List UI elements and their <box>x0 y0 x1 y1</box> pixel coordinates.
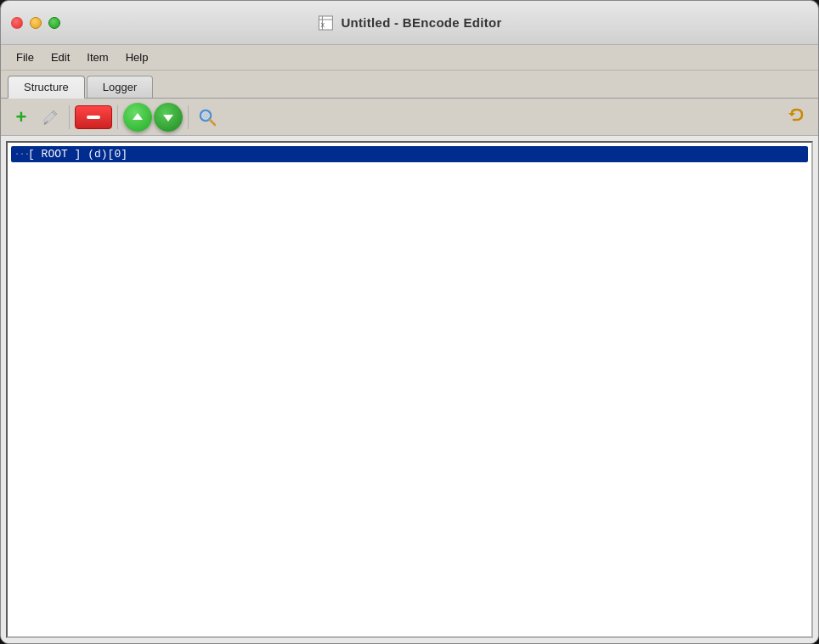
search-button[interactable] <box>194 104 221 131</box>
app-window: X Untitled - BEncode Editor File Edit It… <box>0 0 819 644</box>
toolbar-separator-3 <box>188 105 189 129</box>
move-down-button[interactable] <box>154 103 183 132</box>
title-bar-center: X Untitled - BEncode Editor <box>317 14 501 31</box>
menu-help[interactable]: Help <box>117 48 157 66</box>
toolbar-separator-1 <box>69 105 70 129</box>
down-arrow-icon <box>161 110 175 124</box>
add-button[interactable]: + <box>8 104 35 131</box>
content-area: ··· [ ROOT ] (d)[0] <box>1 136 818 643</box>
svg-text:X: X <box>320 22 325 28</box>
menu-bar: File Edit Item Help <box>1 45 818 71</box>
svg-marker-9 <box>163 115 173 121</box>
maximize-button[interactable] <box>48 17 60 29</box>
edit-button[interactable] <box>37 104 64 131</box>
expand-icon: ··· <box>14 150 25 159</box>
app-icon: X <box>317 14 334 31</box>
svg-marker-8 <box>133 113 143 120</box>
remove-button[interactable] <box>75 105 112 129</box>
toolbar: + <box>1 99 818 136</box>
search-icon <box>198 108 217 127</box>
menu-edit[interactable]: Edit <box>42 48 78 66</box>
move-up-button[interactable] <box>123 103 152 132</box>
traffic-lights <box>11 17 60 29</box>
undo-icon <box>787 106 809 128</box>
tab-logger[interactable]: Logger <box>87 76 153 98</box>
tabs-bar: Structure Logger <box>1 71 818 99</box>
menu-item[interactable]: Item <box>78 48 116 66</box>
svg-line-12 <box>210 120 215 125</box>
pencil-icon <box>42 109 59 126</box>
window-title: Untitled - BEncode Editor <box>341 15 501 30</box>
tree-view[interactable]: ··· [ ROOT ] (d)[0] <box>6 141 813 638</box>
menu-file[interactable]: File <box>8 48 42 66</box>
title-bar: X Untitled - BEncode Editor <box>1 1 818 45</box>
minus-icon <box>87 116 100 119</box>
tab-structure[interactable]: Structure <box>8 76 85 99</box>
up-arrow-icon <box>131 110 144 124</box>
close-button[interactable] <box>11 17 23 29</box>
toolbar-separator-2 <box>117 105 118 129</box>
tree-root-item[interactable]: ··· [ ROOT ] (d)[0] <box>11 146 808 162</box>
tree-root-label: [ ROOT ] (d)[0] <box>28 148 127 161</box>
undo-button[interactable] <box>784 104 811 131</box>
svg-marker-14 <box>788 113 795 116</box>
plus-icon: + <box>16 108 27 127</box>
minimize-button[interactable] <box>30 17 42 29</box>
